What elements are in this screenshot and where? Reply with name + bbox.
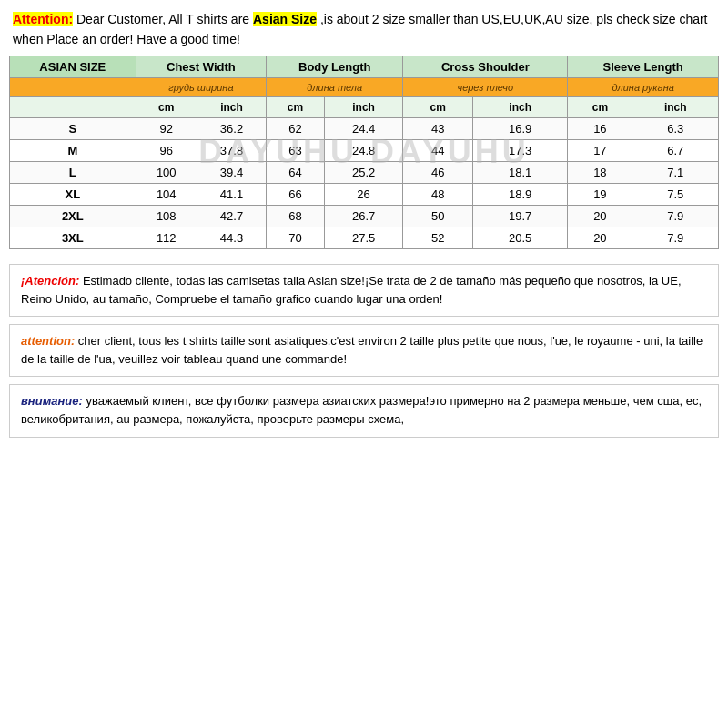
cell-shoulder-cm: 52 — [403, 227, 473, 248]
notice-french: attention: cher client, tous les t shirt… — [9, 324, 719, 377]
cell-chest-in: 36.2 — [197, 117, 266, 139]
cell-body-in: 24.4 — [324, 117, 402, 139]
col-chest-width: Chest Width — [136, 56, 267, 77]
unit-shoulder-cm: cm — [403, 96, 473, 117]
cell-sleeve-in: 7.1 — [632, 161, 719, 183]
unit-body-in: inch — [324, 96, 402, 117]
cell-chest-in: 39.4 — [197, 161, 266, 183]
cell-chest-cm: 92 — [136, 117, 197, 139]
unit-sleeve-in: inch — [632, 96, 719, 117]
cell-body-cm: 62 — [267, 117, 325, 139]
col-cross-shoulder: Cross Shoulder — [403, 56, 568, 77]
unit-chest-in: inch — [197, 96, 266, 117]
cell-chest-cm: 112 — [136, 227, 197, 248]
cell-size: 2XL — [10, 205, 136, 227]
cell-shoulder-in: 16.9 — [473, 117, 568, 139]
cell-body-in: 26.7 — [324, 205, 402, 227]
table-row: L 100 39.4 64 25.2 46 18.1 18 7.1 — [10, 161, 719, 183]
cell-body-cm: 68 — [267, 205, 325, 227]
cell-shoulder-in: 19.7 — [473, 205, 568, 227]
unit-size-label — [10, 96, 136, 117]
cell-body-in: 25.2 — [324, 161, 402, 183]
table-row: 2XL 108 42.7 68 26.7 50 19.7 20 7.9 — [10, 205, 719, 227]
cell-shoulder-cm: 50 — [403, 205, 473, 227]
col-body-length: Body Length — [267, 56, 403, 77]
cell-sleeve-cm: 16 — [568, 117, 632, 139]
asian-size-highlight: Asian Size — [253, 12, 317, 26]
table-row: S 92 36.2 62 24.4 43 16.9 16 6.3 — [10, 117, 719, 139]
cell-shoulder-in: 18.1 — [473, 161, 568, 183]
table-row: 3XL 112 44.3 70 27.5 52 20.5 20 7.9 — [10, 227, 719, 248]
notice-russian-label: внимание: — [21, 394, 83, 408]
notice-russian-text: уважаемый клиент, все футболки размера а… — [21, 394, 702, 426]
notice-russian: внимание: уважаемый клиент, все футболки… — [9, 384, 719, 437]
cell-size: L — [10, 161, 136, 183]
cell-chest-cm: 104 — [136, 183, 197, 205]
notice-spanish-text: Estimado cliente, todas las camisetas ta… — [21, 274, 682, 306]
table-row: XL 104 41.1 66 26 48 18.9 19 7.5 — [10, 183, 719, 205]
attention-label: Attention: — [13, 12, 73, 26]
cell-body-in: 27.5 — [324, 227, 402, 248]
cell-chest-cm: 108 — [136, 205, 197, 227]
cell-sleeve-in: 6.7 — [632, 139, 719, 161]
unit-chest-cm: cm — [136, 96, 197, 117]
cell-chest-in: 42.7 — [197, 205, 266, 227]
cell-sleeve-in: 7.9 — [632, 227, 719, 248]
notice-section: ¡Atención: Estimado cliente, todas las c… — [0, 258, 728, 450]
cell-sleeve-cm: 18 — [568, 161, 632, 183]
notice-spanish-label: ¡Atención: — [21, 274, 79, 288]
size-table-body: S 92 36.2 62 24.4 43 16.9 16 6.3 M 96 37… — [10, 117, 719, 248]
cell-size: XL — [10, 183, 136, 205]
table-row: M 96 37.8 63 24.8 44 17.3 17 6.7 — [10, 139, 719, 161]
unit-body-cm: cm — [267, 96, 325, 117]
notice-french-label: attention: — [21, 334, 75, 348]
cell-sleeve-cm: 20 — [568, 227, 632, 248]
table-units-row: cm inch cm inch cm inch cm inch — [10, 96, 719, 117]
cell-shoulder-cm: 48 — [403, 183, 473, 205]
cell-chest-in: 41.1 — [197, 183, 266, 205]
cell-chest-in: 44.3 — [197, 227, 266, 248]
size-chart-table: ASIAN SIZE Chest Width Body Length Cross… — [9, 56, 719, 249]
size-chart-wrapper: DAYUHU DAYUHU ASIAN SIZE Chest Width Bod… — [0, 56, 728, 258]
cell-chest-in: 37.8 — [197, 139, 266, 161]
subheader-chest: грудь ширина — [136, 77, 267, 96]
notice-french-text: cher client, tous les t shirts taille so… — [21, 334, 703, 366]
col-asian-size: ASIAN SIZE — [10, 56, 136, 77]
unit-sleeve-cm: cm — [568, 96, 632, 117]
cell-body-in: 24.8 — [324, 139, 402, 161]
subheader-sleeve: длина рукана — [568, 77, 719, 96]
table-header-row: ASIAN SIZE Chest Width Body Length Cross… — [10, 56, 719, 77]
cell-sleeve-in: 7.9 — [632, 205, 719, 227]
cell-shoulder-in: 20.5 — [473, 227, 568, 248]
subheader-size — [10, 77, 136, 96]
cell-body-cm: 63 — [267, 139, 325, 161]
notice-spanish: ¡Atención: Estimado cliente, todas las c… — [9, 264, 719, 317]
cell-sleeve-cm: 17 — [568, 139, 632, 161]
cell-body-cm: 64 — [267, 161, 325, 183]
table-container: DAYUHU DAYUHU ASIAN SIZE Chest Width Bod… — [9, 56, 719, 249]
cell-body-in: 26 — [324, 183, 402, 205]
attention-box: Attention: Dear Customer, All T shirts a… — [0, 0, 728, 56]
cell-chest-cm: 96 — [136, 139, 197, 161]
cell-size: S — [10, 117, 136, 139]
cell-shoulder-cm: 44 — [403, 139, 473, 161]
subheader-body: длина тела — [267, 77, 403, 96]
cell-shoulder-in: 17.3 — [473, 139, 568, 161]
col-sleeve-length: Sleeve Length — [568, 56, 719, 77]
cell-size: 3XL — [10, 227, 136, 248]
cell-shoulder-cm: 46 — [403, 161, 473, 183]
attention-text: Dear Customer, All T shirts are — [76, 12, 249, 26]
cell-body-cm: 66 — [267, 183, 325, 205]
cell-shoulder-cm: 43 — [403, 117, 473, 139]
cell-sleeve-in: 7.5 — [632, 183, 719, 205]
cell-chest-cm: 100 — [136, 161, 197, 183]
cell-sleeve-cm: 19 — [568, 183, 632, 205]
cell-sleeve-cm: 20 — [568, 205, 632, 227]
cell-size: M — [10, 139, 136, 161]
subheader-shoulder: через плечо — [403, 77, 568, 96]
cell-body-cm: 70 — [267, 227, 325, 248]
unit-shoulder-in: inch — [473, 96, 568, 117]
cell-sleeve-in: 6.3 — [632, 117, 719, 139]
table-subheader-row: грудь ширина длина тела через плечо длин… — [10, 77, 719, 96]
cell-shoulder-in: 18.9 — [473, 183, 568, 205]
